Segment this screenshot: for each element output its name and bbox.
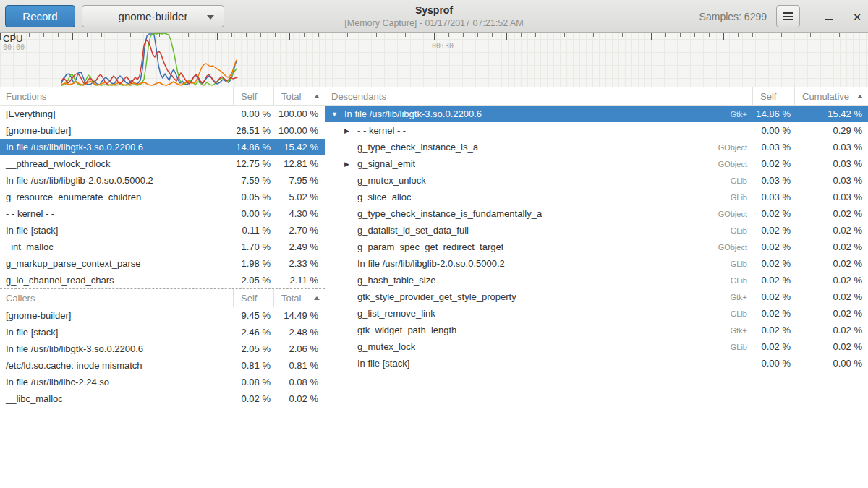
function-name-cell: ▼In file /usr/lib/libgtk-3.so.0.2200.6Gt… (326, 106, 752, 122)
cumulative-value: 0.02 % (794, 305, 868, 322)
tree-row[interactable]: gtk_style_provider_get_style_propertyGtk… (326, 288, 868, 305)
library-category-label: GLib (731, 260, 752, 268)
total-value: 2.11 % (273, 272, 325, 288)
expander-collapsed-icon[interactable]: ▶ (344, 160, 357, 168)
tree-row[interactable]: In file /usr/lib/libglib-2.0.so.0.5000.2… (326, 255, 868, 272)
table-row[interactable]: /etc/ld.so.cache: inode mismatch0.81 %0.… (0, 357, 325, 374)
function-name-cell: In file /usr/lib/libgtk-3.so.0.2200.6 (0, 139, 233, 155)
table-row[interactable]: _int_malloc1.70 %2.49 % (0, 239, 325, 255)
function-name-cell: [gnome-builder] (0, 307, 233, 324)
column-header-self[interactable]: Self (233, 289, 273, 307)
tree-row[interactable]: In file [stack]0.00 %0.00 % (326, 355, 868, 372)
table-row[interactable]: g_io_channel_read_chars2.05 %2.11 % (0, 272, 325, 288)
self-value: 9.45 % (233, 307, 273, 324)
tree-row[interactable]: ▼In file /usr/lib/libgtk-3.so.0.2200.6Gt… (326, 106, 868, 122)
table-row[interactable]: [gnome-builder]9.45 %14.49 % (0, 307, 325, 324)
cumulative-value: 15.42 % (794, 106, 868, 122)
function-name-cell: In file /usr/lib/libglib-2.0.so.0.5000.2… (326, 255, 752, 272)
column-header-cumulative[interactable]: Cumulative (794, 87, 868, 105)
window-subtitle: [Memory Capture] - 01/17/2017 07:21:52 A… (217, 18, 651, 28)
tree-row[interactable]: g_slice_allocGLib0.03 %0.03 % (326, 189, 868, 205)
tree-row[interactable]: g_mutex_unlockGLib0.03 %0.03 % (326, 172, 868, 189)
function-name-cell: __pthread_rwlock_rdlock (0, 155, 233, 172)
tree-row[interactable]: ▶- - kernel - -0.00 %0.29 % (326, 122, 868, 139)
total-value: 15.42 % (273, 139, 325, 155)
self-value: 12.75 % (233, 155, 273, 172)
function-name: In file [stack] (357, 358, 409, 369)
self-value: 26.51 % (233, 122, 273, 139)
expander-expanded-icon[interactable]: ▼ (331, 111, 344, 118)
function-name-cell: g_mutex_lockGLib (326, 338, 752, 355)
column-header-functions[interactable]: Functions (0, 87, 233, 105)
table-row[interactable]: g_markup_parse_context_parse1.98 %2.33 % (0, 255, 325, 272)
total-value: 100.00 % (273, 106, 325, 122)
table-row[interactable]: In file /usr/lib/libgtk-3.so.0.2200.62.0… (0, 341, 325, 357)
cpu-graph[interactable]: CPU 00:00 00:30 (0, 33, 868, 87)
function-name-cell: /etc/ld.so.cache: inode mismatch (0, 357, 233, 374)
tree-row[interactable]: ▶g_signal_emitGObject0.02 %0.03 % (326, 155, 868, 172)
minimize-button[interactable] (817, 6, 839, 27)
table-row[interactable]: In file /usr/lib/libglib-2.0.so.0.5000.2… (0, 172, 325, 189)
self-value: 0.00 % (752, 122, 794, 139)
function-name-cell: In file [stack] (0, 222, 233, 239)
self-value: 0.03 % (752, 189, 794, 205)
window-title: Sysprof (217, 4, 651, 16)
column-header-total[interactable]: Total (273, 289, 325, 307)
table-row[interactable]: In file /usr/lib/libgtk-3.so.0.2200.614.… (0, 139, 325, 155)
function-name-cell: In file [stack] (326, 355, 752, 372)
column-header-self[interactable]: Self (233, 87, 273, 105)
table-row[interactable]: __libc_malloc0.02 %0.02 % (0, 390, 325, 407)
callers-table-header: Callers Self Total (0, 289, 325, 307)
self-value: 0.02 % (752, 205, 794, 222)
time-label-mid: 00:30 (432, 42, 454, 50)
cumulative-value: 0.03 % (794, 139, 868, 155)
table-row[interactable]: [gnome-builder]26.51 %100.00 % (0, 122, 325, 139)
table-row[interactable]: In file [stack]2.46 %2.48 % (0, 324, 325, 341)
self-value: 0.11 % (233, 222, 273, 239)
callers-table-body: [gnome-builder]9.45 %14.49 %In file [sta… (0, 307, 325, 407)
tree-row[interactable]: g_hash_table_sizeGLib0.02 %0.02 % (326, 272, 868, 288)
table-row[interactable]: g_resource_enumerate_children0.05 %5.02 … (0, 189, 325, 205)
process-selector[interactable]: gnome-builder (82, 5, 224, 27)
function-name-cell: g_io_channel_read_chars (0, 272, 233, 288)
function-name-cell: g_markup_parse_context_parse (0, 255, 233, 272)
function-name: g_datalist_id_set_data_full (357, 225, 469, 236)
column-header-self[interactable]: Self (752, 87, 794, 105)
cumulative-value: 0.02 % (794, 239, 868, 255)
table-row[interactable]: [Everything]0.00 %100.00 % (0, 106, 325, 122)
tree-row[interactable]: g_type_check_instance_is_aGObject0.03 %0… (326, 139, 868, 155)
table-row[interactable]: __pthread_rwlock_rdlock12.75 %12.81 % (0, 155, 325, 172)
self-value: 0.00 % (233, 106, 273, 122)
library-category-label: GLib (731, 193, 752, 202)
function-name-cell: ▶g_signal_emitGObject (326, 155, 752, 172)
total-value: 2.70 % (273, 222, 325, 239)
tree-row[interactable]: g_list_remove_linkGLib0.02 %0.02 % (326, 305, 868, 322)
self-value: 1.98 % (233, 255, 273, 272)
record-button[interactable]: Record (5, 5, 75, 27)
library-category-label: GLib (731, 226, 752, 235)
table-row[interactable]: In file [stack]0.11 %2.70 % (0, 222, 325, 239)
total-value: 2.49 % (273, 239, 325, 255)
close-button[interactable]: ✕ (846, 6, 868, 27)
library-category-label: GLib (731, 176, 752, 185)
function-name-cell: In file [stack] (0, 324, 233, 341)
tree-row[interactable]: g_datalist_id_set_data_fullGLib0.02 %0.0… (326, 222, 868, 239)
column-header-callers[interactable]: Callers (0, 289, 233, 307)
library-category-label: GLib (731, 343, 752, 351)
menu-button[interactable] (776, 5, 800, 27)
tree-row[interactable]: g_mutex_lockGLib0.02 %0.02 % (326, 338, 868, 355)
sort-indicator-icon (857, 95, 863, 98)
expander-collapsed-icon[interactable]: ▶ (344, 127, 357, 134)
tree-row[interactable]: g_param_spec_get_redirect_targetGObject0… (326, 239, 868, 255)
total-value: 0.81 % (273, 357, 325, 374)
column-header-descendants[interactable]: Descendants (326, 87, 752, 105)
tree-row[interactable]: gtk_widget_path_lengthGtk+0.02 %0.02 % (326, 322, 868, 338)
table-row[interactable]: - - kernel - -0.00 %4.30 % (0, 205, 325, 222)
table-row[interactable]: In file /usr/lib/libc-2.24.so0.08 %0.08 … (0, 374, 325, 390)
function-name: g_mutex_unlock (357, 175, 426, 186)
library-category-label: GLib (731, 276, 752, 285)
cumulative-value: 0.03 % (794, 189, 868, 205)
column-header-total[interactable]: Total (273, 87, 325, 105)
window-title-block: Sysprof [Memory Capture] - 01/17/2017 07… (217, 4, 651, 28)
tree-row[interactable]: g_type_check_instance_is_fundamentally_a… (326, 205, 868, 222)
